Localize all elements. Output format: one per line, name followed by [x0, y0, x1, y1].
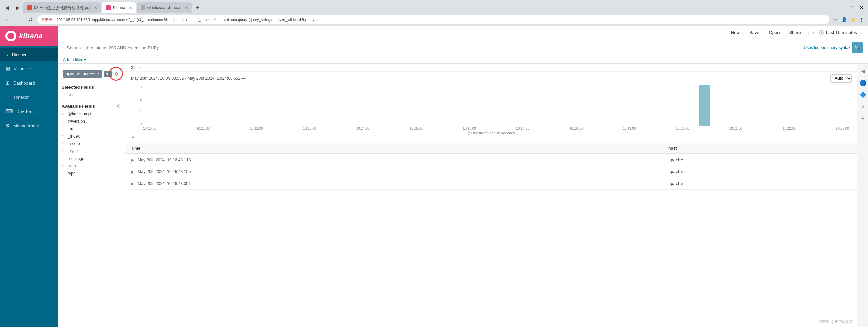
table-body: ▶ May 20th 2024, 10:16:43.113 apache ▶ M… [125, 154, 857, 190]
time-range-label: Last 15 minutes [826, 30, 857, 35]
field-name-type2: _type [68, 149, 78, 153]
y-label-2: 2 [140, 97, 142, 101]
x-label-13: 10:23:00 [836, 127, 849, 130]
address-bar-row: ← → ↺ 不安全 192.168.93.101:5601/app/kibana… [0, 14, 868, 26]
col-host[interactable]: host [663, 143, 857, 154]
time-value-2: May 20th 2024, 10:16:43.051 [138, 181, 191, 186]
back-button[interactable]: ← [3, 15, 12, 24]
right-sidebar-icon-2[interactable]: 🔷 [858, 90, 868, 99]
settings-icon[interactable]: ⋮ [858, 16, 865, 23]
extensions-icon[interactable]: ⚡ [849, 16, 856, 23]
tab-kibana-label: Kibana [113, 5, 125, 10]
sidebar-item-discover-label: Discover [12, 52, 29, 57]
field-item-type[interactable]: t _type [58, 147, 125, 155]
right-sidebar-plus[interactable]: + [860, 114, 866, 123]
field-name-index: _index [68, 134, 80, 139]
index-dropdown-button[interactable]: ▼ [104, 71, 112, 77]
lucene-link[interactable]: Uses lucene query syntax [804, 45, 850, 50]
field-item-path[interactable]: t path [58, 162, 125, 170]
tab-es-head-close[interactable]: ✕ [185, 6, 188, 10]
field-item-type2[interactable]: t type [58, 170, 125, 177]
field-type-type: t [62, 149, 66, 153]
field-item-timestamp[interactable]: ○ @timestamp [58, 110, 125, 117]
field-item-message[interactable]: t message [58, 155, 125, 162]
index-gear-icon[interactable]: ⚙ [114, 71, 119, 77]
field-name-type3: type [68, 171, 76, 176]
minimize-button[interactable]: ─ [840, 4, 848, 12]
chart-x-title: @timestamp per 30 seconds [131, 131, 852, 135]
field-item-index[interactable]: t _index [58, 132, 125, 140]
sidebar-item-timelion[interactable]: ≋ Timelion [0, 90, 58, 104]
visualize-icon: ▦ [5, 66, 10, 72]
next-time-button[interactable]: › [861, 30, 863, 35]
dashboard-icon: ⊞ [5, 80, 10, 86]
sidebar-item-dashboard[interactable]: ⊞ Dashboard [0, 76, 58, 90]
sidebar-item-timelion-label: Timelion [13, 95, 30, 100]
tab-elasticsearch-head[interactable]: elasticsearch-head ✕ [137, 2, 192, 13]
field-name-timestamp: @timestamp [68, 111, 91, 116]
open-button[interactable]: Open [766, 29, 783, 36]
tab-es-head-label: elasticsearch-head [147, 5, 182, 10]
sidebar-item-visualize-label: Visualize [14, 66, 31, 71]
cell-host-0: apache [663, 154, 857, 166]
sidebar-item-discover[interactable]: ○ Discover [0, 48, 58, 61]
right-sidebar-icon-1[interactable]: 🔵 [858, 78, 868, 88]
field-type-timestamp: ○ [62, 112, 66, 116]
available-fields-title: Available Fields [62, 104, 95, 109]
hits-count-label: 3 hits [131, 65, 141, 70]
tab-kibana-close[interactable]: ✕ [129, 6, 132, 10]
sidebar-item-management-label: Management [13, 123, 39, 128]
tab-kibana[interactable]: Kibana ✕ [102, 2, 136, 13]
chart-x-labels: 10:10:00 10:11:00 10:12:00 10:13:00 10:1… [143, 127, 849, 130]
expand-row-0[interactable]: ▶ [131, 158, 134, 162]
browser-actions: ─ ◻ ✕ [840, 4, 865, 12]
field-type-type2: t [62, 172, 66, 176]
search-button[interactable]: 🔍 [852, 42, 863, 53]
sidebar-item-visualize[interactable]: ▦ Visualize [0, 61, 58, 76]
available-fields-gear-icon[interactable]: ⚙ [117, 103, 121, 109]
time-value-1: May 20th 2024, 10:16:43.105 [138, 169, 191, 174]
tab-pdf[interactable]: 03 ELK企业级日志分析系统.pdf ✕ [23, 2, 101, 13]
share-button[interactable]: Share [786, 29, 804, 36]
time-value-0: May 20th 2024, 10:16:43.113 [138, 158, 191, 162]
prev-time-button[interactable]: ‹ [813, 30, 814, 35]
x-label-2: 10:12:00 [250, 127, 263, 130]
forward-button[interactable]: → [14, 15, 24, 24]
field-item-id[interactable]: t _id [58, 125, 125, 132]
star-icon[interactable]: ☆ [831, 16, 839, 23]
field-item-version[interactable]: t @version [58, 117, 125, 125]
browser-back[interactable]: ◀ [3, 3, 12, 13]
main-body: apache_access-* ▼ ← ⚙ Selected Fields t … [58, 64, 868, 327]
tab-pdf-close[interactable]: ✕ [94, 6, 97, 10]
browser-chrome: ◀ ▶ 03 ELK企业级日志分析系统.pdf ✕ Kibana ✕ elast… [0, 0, 868, 26]
field-type-index: t [62, 134, 66, 138]
nav-items: ○ Discover ▦ Visualize ⊞ Dashboard ≋ Tim… [0, 46, 58, 327]
time-range-selector[interactable]: 🕐 Last 15 minutes [818, 30, 857, 35]
field-item-score[interactable]: # _score [58, 140, 125, 147]
new-button[interactable]: New [728, 29, 743, 36]
profile-icon[interactable]: 👤 [840, 16, 848, 23]
address-bar[interactable]: 不安全 192.168.93.101:5601/app/kibana#/disc… [37, 15, 829, 24]
close-button[interactable]: ✕ [858, 4, 865, 12]
table-row: ▶ May 20th 2024, 10:16:43.113 apache [125, 154, 857, 166]
x-label-8: 10:18:00 [569, 127, 583, 130]
restore-button[interactable]: ◻ [849, 4, 856, 12]
sidebar-item-management[interactable]: ⚙ Management [0, 119, 58, 133]
field-item-host[interactable]: t host [58, 91, 125, 98]
expand-row-2[interactable]: ▶ [131, 181, 134, 186]
col-time[interactable]: Time ↕ [125, 143, 663, 154]
timelion-icon: ≋ [5, 94, 10, 100]
right-panel-collapse-icon[interactable]: ◀ [860, 67, 866, 76]
search-input[interactable] [63, 42, 801, 53]
x-label-12: 10:22:00 [783, 127, 796, 130]
right-sidebar-icon-3[interactable]: ↗ [859, 102, 866, 111]
index-name-text: apache_access-* [66, 71, 100, 76]
browser-forward[interactable]: ▶ [13, 3, 22, 13]
reload-button[interactable]: ↺ [26, 15, 35, 24]
new-tab-button[interactable]: + [193, 3, 202, 13]
save-button[interactable]: Save [747, 29, 762, 36]
interval-select[interactable]: Auto [830, 74, 852, 83]
expand-row-1[interactable]: ▶ [131, 169, 134, 174]
sidebar-item-devtools[interactable]: ⌨ Dev Tools [0, 104, 58, 119]
add-filter-button[interactable]: Add a filter + [63, 57, 86, 62]
